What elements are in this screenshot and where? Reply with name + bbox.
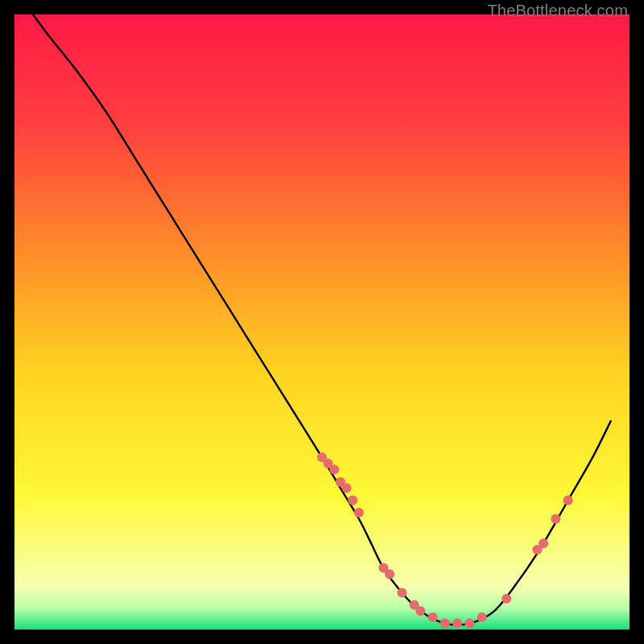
- data-marker: [502, 594, 511, 604]
- watermark-text: TheBottleneck.com: [487, 2, 628, 20]
- data-marker: [397, 588, 407, 597]
- data-marker: [415, 606, 425, 616]
- gradient-background: [14, 14, 630, 630]
- data-marker: [385, 569, 394, 579]
- data-marker: [452, 618, 462, 628]
- data-marker: [342, 483, 352, 493]
- chart-frame: [14, 14, 630, 630]
- data-marker: [564, 496, 573, 506]
- data-marker: [539, 539, 548, 548]
- data-marker: [354, 508, 364, 518]
- data-marker: [464, 618, 474, 628]
- chart-svg: [14, 14, 630, 630]
- data-marker: [329, 464, 339, 474]
- data-marker: [551, 514, 560, 523]
- data-marker: [348, 496, 357, 506]
- data-marker: [428, 613, 438, 622]
- data-marker: [477, 613, 487, 622]
- data-marker: [440, 618, 450, 628]
